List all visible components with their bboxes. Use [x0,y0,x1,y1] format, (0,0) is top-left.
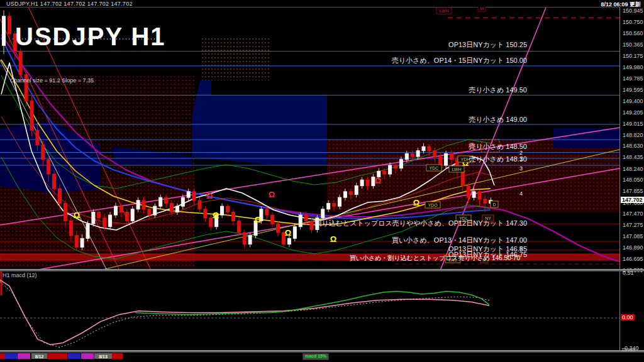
candle-body [450,153,453,159]
macd-signal-pink [0,280,489,344]
axis-tick: 147.275 [623,222,643,228]
session-segment [47,353,67,359]
level-tag-text: YDO [428,203,438,207]
candle-body [53,174,56,189]
level-tag-text: LWH [439,9,448,13]
candle-body [304,215,308,221]
macd-settings-badge: macd 15% [303,353,329,360]
candle-body [394,165,397,168]
candle-body [333,203,336,206]
candle-body [187,192,190,197]
axis-tick: 150.750 [623,19,643,25]
candle-body [42,145,45,159]
candle-body [221,206,224,215]
level-tag-text: LWL [448,258,457,262]
candle-body [310,221,313,229]
candle-body [243,233,246,244]
support-zone-band [0,254,619,260]
candle-body [142,200,145,209]
ichimoku-cloud [553,128,619,148]
candle-body [231,212,235,221]
trendline [440,8,546,269]
candle-body [316,218,319,230]
candle-body [433,151,436,156]
candle-body [321,209,325,218]
channel-info-label: Channel size = 91.2 Slope = 7.35 [10,77,94,84]
session-segment [18,353,30,359]
candle-body [198,200,201,209]
omega-signal-yellow: Ω [213,211,219,220]
candle-body [125,212,128,221]
candle-body [204,209,207,218]
candle-body [181,197,184,206]
level-tag-text: YDL [459,216,468,221]
candle-body [360,180,364,185]
price-axis[interactable]: 150.945150.750150.560150.365150.175149.9… [619,7,644,269]
bar-count-label: 15959 [621,347,635,353]
candle-body [226,206,230,212]
macd-indicator-label: H1 macd (12) [3,272,37,278]
axis-tick: 148.820 [623,132,643,138]
axis-tick: 150.945 [623,8,643,14]
axis-tick: 149.785 [623,75,643,82]
session-date-label: 8/13 [94,354,112,359]
trading-chart-window: USDJPY,H1 147.702 147.702 147.702 147.70… [0,0,644,362]
chart-watermark-title: USDJPY H1 [15,23,166,51]
candle-body [153,206,157,215]
omega-signal-red: Ω [206,191,213,200]
candle-body [131,209,134,221]
dot-hatch-overlay [200,36,270,80]
current-price-tag: 147.702 [621,197,644,203]
axis-tick: 149.205 [623,109,643,116]
axis-tick: 149.015 [623,121,643,127]
candle-body [467,186,470,198]
axis-tick: 148.630 [623,143,643,149]
candle-body [136,200,140,209]
omega-signal-yellow: Ω [285,228,291,238]
omega-signal-red: Ω [269,190,275,199]
level-tag-text: NY [485,216,491,221]
axis-tick: 149.400 [623,98,643,104]
level-tag-text: M [480,7,484,11]
omega-signal-red: Ω [375,176,381,185]
candle-body [170,203,174,212]
level-tag-text: M [482,258,486,262]
axis-tick: 148.435 [623,154,643,160]
candle-body [265,209,269,215]
candle-body [159,197,162,206]
candle-body [109,215,112,227]
candle-body [472,192,475,197]
session-segment [0,353,5,359]
candle-body [175,206,179,212]
macd-panel-canvas[interactable] [0,272,619,350]
candle-body [327,203,330,209]
level-tag-text: YDH [461,157,470,162]
candle-body [97,212,101,217]
ichimoku-cloud [192,80,327,165]
candle-body [58,189,62,203]
macd-axis: 0.51-0.3400.00 [619,272,644,350]
session-segment [112,353,123,359]
axis-tick: 148.240 [623,166,643,172]
candle-body [277,224,280,233]
candle-body [287,238,291,244]
session-segment [81,353,94,359]
axis-tick: 147.085 [623,233,643,239]
candle-body [103,218,106,227]
candle-body [248,236,252,244]
candle-body [383,171,386,174]
candle-body [405,153,408,159]
symbol-ohlc-header: USDJPY,H1 147.702 147.702 147.702 147.70… [6,1,133,7]
session-segment: 8/13 [94,353,112,359]
candle-body [165,197,168,203]
candle-body [3,16,6,46]
level-tag-text: LWH [452,167,461,172]
session-segment: 8/12 [31,353,47,359]
candle-body [366,180,369,185]
level-tag-text: YDC [430,166,439,170]
omega-signal-red: Ω [469,141,475,150]
candle-body [299,215,302,227]
candle-body [114,206,118,215]
candle-body [64,203,67,221]
candle-body [478,192,481,199]
